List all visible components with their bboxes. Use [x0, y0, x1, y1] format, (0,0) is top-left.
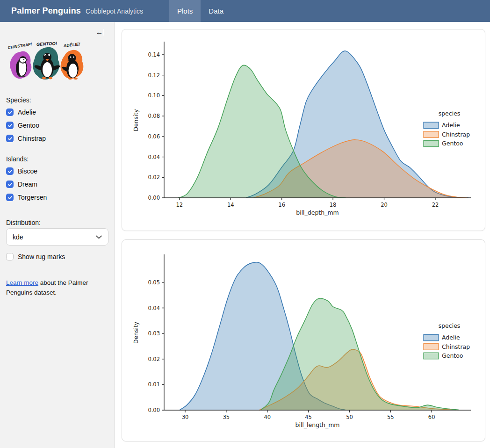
sidebar: ← — [0, 22, 115, 448]
y-tick-label: 0.04 — [148, 154, 160, 160]
kde-plot-bill-length: 303540455055600.000.010.020.030.040.05bi… — [122, 240, 485, 441]
y-tick-label: 0.05 — [148, 279, 160, 286]
legend-swatch-Adelie — [424, 122, 439, 129]
gentoo-label: GENTOO! — [36, 41, 57, 47]
kde-plot-bill-depth: 1214161820220.000.020.040.060.080.100.12… — [122, 29, 485, 231]
checkbox-icon[interactable] — [6, 167, 14, 175]
y-tick-label: 0.06 — [148, 133, 160, 140]
checkbox-icon[interactable] — [6, 181, 14, 188]
tab-plots[interactable]: Plots — [169, 0, 201, 22]
x-tick-label: 14 — [227, 202, 234, 208]
y-tick-label: 0.02 — [148, 174, 160, 181]
islands-section-label: Islands: — [6, 155, 108, 163]
legend-swatch-Gentoo — [424, 140, 439, 147]
x-tick-label: 50 — [346, 414, 353, 420]
legend-label-Adelie: Adelie — [442, 334, 460, 341]
legend-label-Chinstrap: Chinstrap — [442, 131, 470, 138]
checkbox-icon[interactable] — [6, 122, 14, 129]
app-title: Palmer Penguins — [11, 6, 81, 16]
y-tick-label: 0.14 — [148, 51, 160, 58]
distribution-select[interactable]: kde — [6, 228, 108, 246]
checkbox-icon[interactable] — [6, 194, 14, 201]
x-tick-label: 40 — [264, 414, 271, 420]
sidebar-collapse-icon[interactable]: ← — [96, 29, 105, 36]
adelie-label: ADÉLIE! — [63, 42, 80, 48]
legend-label-Gentoo: Gentoo — [442, 140, 463, 147]
species-checkbox-adelie[interactable]: Adelie — [6, 106, 108, 119]
checkbox-icon[interactable] — [6, 108, 14, 116]
penguin-artwork: CHINSTRAP! GENTOO! ADÉLIE! — [6, 41, 86, 84]
legend-label-Gentoo: Gentoo — [442, 352, 463, 359]
x-axis-label: bill_length_mm — [295, 421, 339, 428]
x-tick-label: 45 — [305, 414, 312, 420]
x-tick-label: 18 — [330, 202, 337, 208]
learn-more-link[interactable]: Learn more — [6, 279, 38, 286]
legend-title: species — [439, 322, 461, 329]
bill-length-plot-card: 303540455055600.000.010.020.030.040.05bi… — [122, 239, 485, 441]
dataset-note: Learn more about the Palmer Penguins dat… — [6, 278, 100, 298]
distribution-label: Distribution: — [6, 219, 108, 226]
checkbox-icon[interactable] — [6, 135, 14, 142]
rug-marks-checkbox[interactable]: Show rug marks — [6, 250, 108, 263]
x-tick-label: 22 — [432, 202, 439, 208]
navbar-tabs: Plots Data — [169, 0, 231, 22]
y-axis-label: Density — [132, 109, 139, 131]
y-tick-label: 0.08 — [148, 113, 160, 119]
y-tick-label: 0.10 — [148, 92, 160, 99]
x-axis-label: bill_depth_mm — [296, 209, 339, 216]
island-checkbox-biscoe[interactable]: Biscoe — [6, 165, 108, 178]
x-tick-label: 60 — [428, 414, 435, 420]
navbar: Palmer Penguins Cobblepot Analytics Plot… — [0, 0, 490, 22]
x-tick-label: 12 — [176, 202, 183, 208]
x-tick-label: 20 — [381, 202, 388, 208]
app-subtitle: Cobblepot Analytics — [86, 7, 143, 15]
x-tick-label: 30 — [182, 414, 189, 420]
distribution-selected-value: kde — [13, 233, 23, 241]
y-tick-label: 0.01 — [148, 381, 160, 388]
y-tick-label: 0.12 — [148, 72, 160, 79]
y-tick-label: 0.04 — [148, 305, 160, 311]
legend-label-Adelie: Adelie — [442, 122, 460, 129]
legend-swatch-Adelie — [424, 334, 439, 341]
island-checkbox-torgersen[interactable]: Torgersen — [6, 191, 108, 204]
x-tick-label: 35 — [223, 414, 230, 420]
legend-title: species — [439, 110, 461, 117]
legend-swatch-Gentoo — [424, 353, 439, 359]
species-checkbox-chinstrap[interactable]: Chinstrap — [6, 132, 108, 145]
x-tick-label: 55 — [387, 414, 394, 420]
y-axis-label: Density — [132, 321, 139, 344]
checkbox-icon[interactable] — [6, 253, 14, 260]
legend-label-Chinstrap: Chinstrap — [442, 343, 470, 350]
y-tick-label: 0.00 — [148, 195, 160, 201]
main-content: 1214161820220.000.020.040.060.080.100.12… — [115, 22, 490, 448]
chevron-down-icon — [96, 235, 102, 239]
bill-depth-plot-card: 1214161820220.000.020.040.060.080.100.12… — [122, 29, 485, 231]
y-tick-label: 0.00 — [148, 407, 160, 413]
legend-swatch-Chinstrap — [424, 131, 439, 138]
legend-swatch-Chinstrap — [424, 344, 439, 350]
species-checkbox-gentoo[interactable]: Gentoo — [6, 119, 108, 132]
tab-data[interactable]: Data — [201, 0, 231, 22]
x-tick-label: 16 — [278, 202, 285, 208]
navbar-brand: Palmer Penguins Cobblepot Analytics — [11, 0, 143, 22]
species-section-label: Species: — [6, 96, 108, 104]
chinstrap-label: CHINSTRAP! — [7, 42, 33, 50]
island-checkbox-dream[interactable]: Dream — [6, 178, 108, 191]
y-tick-label: 0.02 — [148, 356, 160, 362]
y-tick-label: 0.03 — [148, 330, 160, 337]
